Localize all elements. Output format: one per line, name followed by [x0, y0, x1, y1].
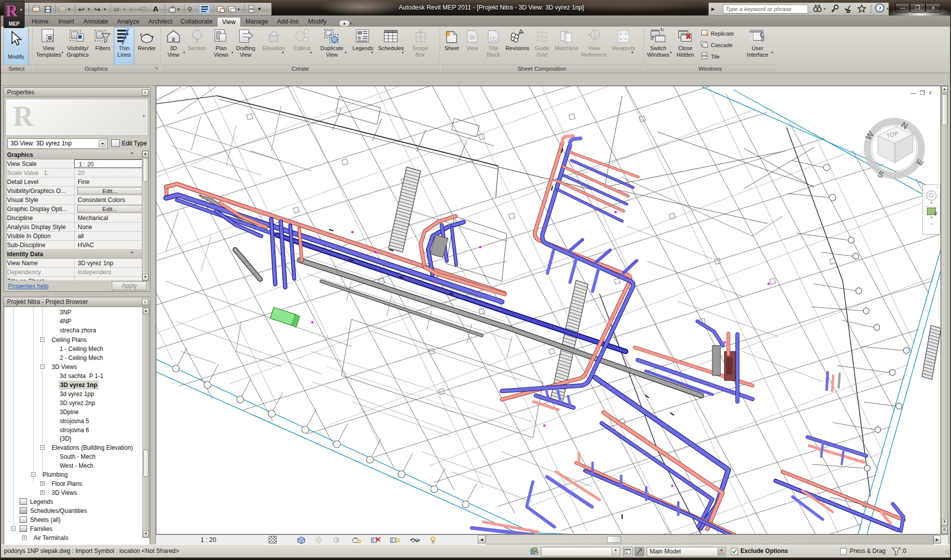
svg-text:?: ?: [878, 5, 881, 12]
svg-text:1: 1: [594, 32, 597, 38]
